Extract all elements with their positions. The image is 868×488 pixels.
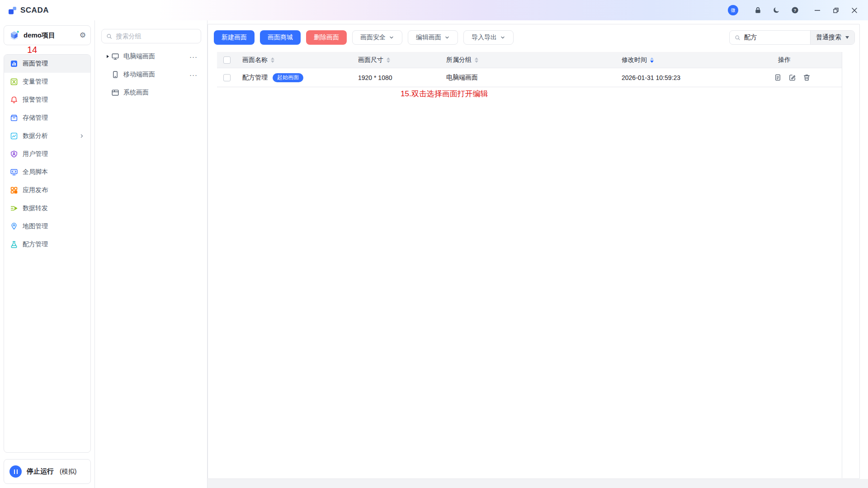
more-horizontal-icon[interactable]: ··· <box>189 53 198 61</box>
header-label: 所属分组 <box>446 56 472 64</box>
screen-security-dropdown[interactable]: 画面安全 <box>352 30 402 45</box>
project-card[interactable]: demo项目 ⚙ <box>4 25 91 45</box>
restore-window-button[interactable] <box>830 5 841 16</box>
dark-mode-moon-icon[interactable] <box>771 5 782 16</box>
sidebar-item-data-forward[interactable]: 数据转发 <box>4 199 90 217</box>
app-logo: SCADA <box>8 6 49 15</box>
table-row[interactable]: 配方管理 起始画面 868 * 488 电脑端画面 2026-01-31 1… <box>217 68 842 87</box>
scada-logo-icon <box>8 6 17 15</box>
tree-item-mobile-screens[interactable]: 移动端画面 ··· <box>101 66 201 84</box>
table-header: 画面名称 画面尺寸 所属分组 修改时间 <box>217 52 842 68</box>
bottom-gap <box>208 479 868 488</box>
search-mode-dropdown[interactable]: 普通搜索 <box>810 31 854 44</box>
screen-management-icon <box>10 60 18 68</box>
row-actions <box>774 74 811 81</box>
sidebar-item-user-management[interactable]: 用户管理 <box>4 145 90 163</box>
sidebar-item-storage-management[interactable]: 存储管理 <box>4 109 90 127</box>
import-export-label: 导入导出 <box>472 33 497 42</box>
search-icon <box>735 34 741 41</box>
import-export-dropdown[interactable]: 导入导出 <box>463 30 514 45</box>
mini-program-badge[interactable]: 微 <box>728 5 738 15</box>
group-search-input[interactable] <box>116 33 196 40</box>
lock-icon[interactable] <box>752 5 763 16</box>
copy-icon[interactable] <box>774 74 782 81</box>
header-label: 修改时间 <box>622 56 647 64</box>
tree-item-desktop-screens[interactable]: 电脑端画面 ··· <box>101 47 201 66</box>
header-label: 画面尺寸 <box>358 56 383 64</box>
annotation-step-15: 15.双击选择画面打开编辑 <box>401 89 488 99</box>
variable-management-icon <box>10 78 18 86</box>
sort-icon[interactable] <box>271 57 274 63</box>
screen-size: 868 * 488 <box>353 74 441 81</box>
edit-screen-dropdown[interactable]: 编辑画面 <box>408 30 458 45</box>
screen-search-group: 普通搜索 <box>729 30 855 45</box>
sidebar-item-data-analysis[interactable]: 数据分析 <box>4 127 90 145</box>
map-management-icon <box>10 222 18 230</box>
delete-icon[interactable] <box>803 74 811 81</box>
search-icon <box>106 33 112 40</box>
project-settings-gear-icon[interactable]: ⚙ <box>80 32 86 39</box>
header-screen-name[interactable]: 画面名称 <box>237 56 353 64</box>
mobile-screen-icon <box>111 70 119 79</box>
topbar-actions: 微 ? <box>728 5 860 16</box>
sidebar-item-alarm-management[interactable]: 报警管理 <box>4 91 90 109</box>
select-all-checkbox[interactable] <box>223 56 231 64</box>
close-button[interactable] <box>849 5 860 16</box>
new-screen-label: 新建画面 <box>222 33 247 42</box>
project-cube-icon <box>9 30 20 41</box>
dropdown-arrow-icon <box>845 36 849 39</box>
topbar: SCADA 微 ? <box>0 0 868 20</box>
sidebar-menu: 画面管理 变量管理 报警管理 <box>4 54 91 453</box>
sidebar-item-label: 数据转发 <box>23 204 48 212</box>
tree-item-system-screens[interactable]: 系统画面 <box>101 84 201 102</box>
sidebar-item-recipe-management[interactable]: 配方管理 <box>4 235 90 253</box>
header-screen-group[interactable]: 所属分组 <box>441 56 616 64</box>
sidebar-item-variable-management[interactable]: 变量管理 <box>4 73 90 91</box>
screen-security-label: 画面安全 <box>360 33 386 42</box>
modified-time: 2026-01-31 10:59:23 <box>616 74 769 81</box>
screen-group-tree: 电脑端画面 ··· 移动端画面 ··· 系统画面 <box>101 47 201 102</box>
tree-item-label: 移动端画面 <box>123 70 155 79</box>
screen-search-input[interactable] <box>744 34 805 41</box>
alarm-management-icon <box>10 96 18 104</box>
data-forward-icon <box>10 204 18 212</box>
sidebar: demo项目 ⚙ 画面管理 变量管理 <box>0 20 95 488</box>
screen-name: 配方管理 <box>242 74 268 82</box>
sort-icon[interactable] <box>475 57 478 63</box>
app-window: SCADA 微 ? <box>0 0 868 488</box>
sidebar-item-label: 变量管理 <box>23 78 48 86</box>
header-label: 操作 <box>778 56 791 64</box>
user-management-icon <box>10 150 18 158</box>
screen-list-panel: 新建画面 画面商城 删除画面 画面安全 编辑画面 导入导出 <box>208 24 860 479</box>
sidebar-item-map-management[interactable]: 地图管理 <box>4 217 90 235</box>
screen-group: 电脑端画面 <box>441 74 616 82</box>
run-status-button[interactable]: 停止运行 (模拟) <box>4 459 91 484</box>
screen-store-label: 画面商城 <box>268 33 293 42</box>
project-name: demo项目 <box>24 31 55 40</box>
header-modified-time[interactable]: 修改时间 <box>616 56 769 64</box>
new-screen-button[interactable]: 新建画面 <box>214 30 255 45</box>
global-script-icon <box>10 168 18 176</box>
sidebar-item-global-script[interactable]: 全局脚本 <box>4 163 90 181</box>
mini-program-label: 微 <box>731 7 736 14</box>
sidebar-item-app-publish[interactable]: 应用发布 <box>4 181 90 199</box>
system-screen-icon <box>111 89 119 97</box>
start-screen-badge: 起始画面 <box>273 73 303 82</box>
sidebar-item-label: 数据分析 <box>23 132 48 140</box>
more-horizontal-icon[interactable]: ··· <box>189 71 198 79</box>
edit-icon[interactable] <box>788 74 796 81</box>
header-screen-size[interactable]: 画面尺寸 <box>353 56 441 64</box>
run-status-label: 停止运行 <box>27 467 54 476</box>
sort-icon[interactable] <box>387 57 390 63</box>
help-icon[interactable]: ? <box>789 5 800 16</box>
screen-store-button[interactable]: 画面商城 <box>260 30 301 45</box>
sort-icon-active[interactable] <box>650 57 654 63</box>
sidebar-item-label: 报警管理 <box>23 96 48 104</box>
minimize-button[interactable] <box>812 5 823 16</box>
delete-screen-button[interactable]: 删除画面 <box>306 30 347 45</box>
sidebar-item-screen-management[interactable]: 画面管理 <box>4 55 90 73</box>
sidebar-item-label: 用户管理 <box>23 150 48 158</box>
row-checkbox[interactable] <box>223 74 231 81</box>
data-analysis-icon <box>10 132 18 140</box>
expand-caret-icon[interactable] <box>104 54 111 59</box>
